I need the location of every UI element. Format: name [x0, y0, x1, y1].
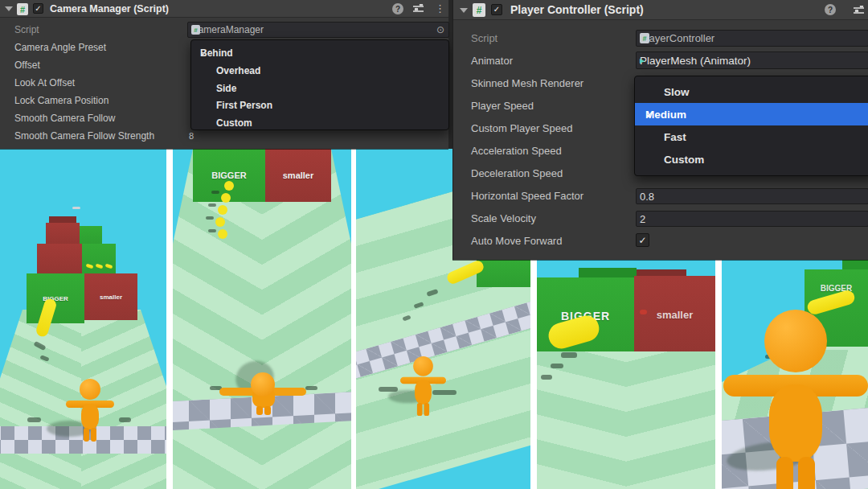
menu-item-label: Fast	[664, 131, 686, 143]
kebab-menu-icon[interactable]: ⋮	[435, 3, 445, 14]
player-leg	[84, 428, 89, 442]
field-value: 2	[640, 213, 645, 225]
foldout-icon[interactable]	[5, 6, 13, 11]
hash-glyph: #	[194, 27, 197, 34]
menu-item-first-person[interactable]: First Person	[191, 97, 448, 113]
menu-item-overhead[interactable]: Overhead	[191, 62, 448, 79]
road-stripes-right	[626, 351, 715, 489]
menu-item-custom[interactable]: Custom	[191, 114, 448, 130]
player-leg	[264, 406, 271, 415]
menu-item-label: Overhead	[216, 65, 260, 76]
check-icon: ✓	[200, 47, 208, 59]
gate-label-smaller: smaller	[657, 309, 694, 321]
menu-item-fast[interactable]: Fast	[635, 125, 868, 148]
player-body	[415, 380, 432, 404]
trail-shadow	[541, 375, 552, 380]
script-field-value: PlayerController	[640, 32, 714, 44]
strength-value[interactable]: 8	[189, 131, 194, 141]
animator-icon: ▸	[640, 55, 645, 66]
player-speed-dropdown: Slow ✓ Medium Fast Custom	[634, 76, 868, 176]
game-view-overhead: BIGGER smaller	[173, 149, 351, 489]
menu-item-side[interactable]: Side	[191, 80, 448, 97]
gate-smaller: smaller	[634, 276, 715, 354]
menu-item-label: Custom	[216, 117, 252, 129]
component-enabled-checkbox[interactable]: ✓	[33, 3, 43, 14]
help-icon[interactable]: ?	[392, 3, 403, 14]
player-leg	[256, 406, 263, 415]
script-object-field[interactable]: # PlayerController	[636, 30, 868, 47]
player-head	[413, 356, 433, 376]
player-body	[81, 404, 99, 429]
script-object-field[interactable]: # CameraManager ⊙	[187, 22, 449, 38]
menu-item-medium[interactable]: ✓ Medium	[635, 103, 868, 125]
component-enabled-checkbox[interactable]: ✓	[491, 4, 502, 15]
gate-bigger: BIGGER	[27, 273, 84, 323]
player-character-closeup	[723, 310, 868, 489]
check-icon: ✓	[645, 108, 654, 121]
trail-shadow	[551, 364, 563, 368]
gate-far	[477, 260, 530, 287]
gate-label-smaller: smaller	[100, 294, 122, 301]
property-label: Custom Player Speed	[471, 122, 572, 134]
presets-icon[interactable]	[854, 6, 864, 14]
animator-object-field[interactable]: ▸ PlayerMesh (Animator)	[636, 51, 868, 69]
object-picker-icon[interactable]: ⊙	[436, 24, 444, 35]
panel-title: Camera Manager (Script)	[50, 3, 169, 14]
property-label: Deceleration Speed	[471, 167, 563, 179]
script-file-icon: #	[191, 25, 200, 35]
menu-item-slow[interactable]: Slow	[635, 80, 868, 103]
panel-title: Player Controller (Script)	[510, 3, 644, 16]
player-character	[66, 379, 114, 443]
property-label: Player Speed	[471, 100, 534, 112]
property-label: Camera Angle Preset	[14, 42, 106, 53]
property-label: Horizontal Speed Factor	[471, 190, 583, 202]
menu-item-custom[interactable]: Custom	[635, 148, 868, 171]
game-view-behind: BIGGER smaller	[0, 149, 166, 489]
hash-glyph: #	[20, 5, 25, 14]
property-label: Acceleration Speed	[471, 145, 562, 157]
property-label: Lock Camera Position	[14, 95, 108, 106]
player-controller-header[interactable]: # ✓ Player Controller (Script) ?	[453, 0, 868, 20]
help-icon[interactable]: ?	[825, 4, 836, 15]
check-icon: ✓	[638, 236, 646, 245]
menu-item-label: Side	[216, 83, 236, 94]
trail-shadow	[561, 352, 577, 358]
player-head	[251, 372, 275, 397]
kebab-glyph: ⋮	[435, 2, 445, 14]
hand-shadow	[27, 417, 41, 422]
horizontal-speed-factor-field[interactable]: 0.8	[636, 188, 868, 204]
player-leg	[424, 403, 429, 416]
camera-angle-dropdown: ✓ Behind Overhead Side First Person Cust…	[190, 39, 449, 130]
field-value: 0.8	[640, 191, 654, 203]
camera-manager-header[interactable]: # ✓ Camera Manager (Script) ? ⋮	[0, 0, 448, 18]
scale-velocity-field[interactable]: 2	[636, 211, 868, 227]
property-label: Skinned Mesh Renderer	[471, 77, 583, 89]
property-label: Scale Velocity	[471, 212, 536, 224]
player-controller-panel: # ✓ Player Controller (Script) ? Script …	[452, 0, 868, 260]
gate-mark	[640, 310, 647, 314]
gate-smaller: smaller	[84, 273, 137, 320]
check-icon: ✓	[35, 5, 41, 13]
property-label: Look At Offset	[14, 77, 75, 88]
flag-dash	[72, 207, 80, 209]
property-label: Offset	[14, 60, 40, 71]
help-glyph: ?	[395, 5, 400, 14]
property-label: Script	[14, 24, 39, 35]
presets-icon[interactable]	[413, 4, 424, 13]
gate-row3-left	[46, 223, 80, 245]
menu-item-label: First Person	[216, 100, 272, 111]
menu-item-label: Custom	[664, 154, 704, 166]
foldout-icon[interactable]	[460, 8, 468, 13]
script-field-value: CameraManager	[191, 24, 264, 35]
player-character-topdown	[173, 149, 351, 489]
hand-shadow	[379, 387, 398, 392]
help-glyph: ?	[828, 6, 833, 14]
player-leg	[776, 457, 793, 489]
property-label: Auto Move Forward	[471, 235, 562, 247]
auto-move-forward-checkbox[interactable]: ✓	[636, 233, 649, 247]
property-label: Smooth Camera Follow	[14, 113, 115, 124]
player-head	[764, 310, 827, 372]
check-icon: ✓	[493, 6, 500, 14]
road	[537, 351, 715, 489]
menu-item-behind[interactable]: ✓ Behind	[191, 44, 448, 61]
